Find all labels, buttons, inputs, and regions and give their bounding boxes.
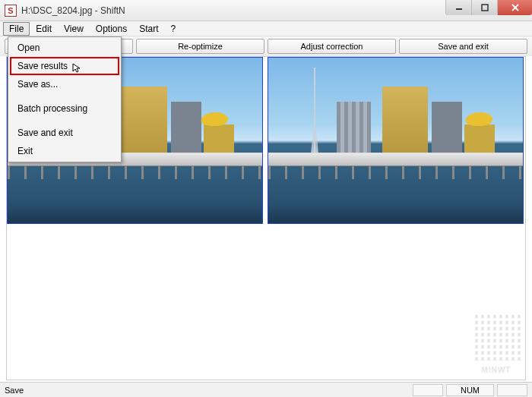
btn-adjust-correction[interactable]: Adjust correction xyxy=(268,39,396,54)
menubar: File Edit View Options Start ? xyxy=(0,21,532,36)
qr-icon xyxy=(472,315,521,364)
tower-shape xyxy=(314,68,315,155)
menu-edit[interactable]: Edit xyxy=(30,22,58,36)
menu-start[interactable]: Start xyxy=(133,22,164,36)
menu-file[interactable]: File xyxy=(3,22,30,36)
status-box-empty xyxy=(497,384,527,396)
menu-save-and-exit[interactable]: Save and exit xyxy=(10,124,119,142)
bridge-shape xyxy=(268,153,523,166)
menu-separator xyxy=(10,93,119,99)
menu-view[interactable]: View xyxy=(58,22,90,36)
menu-save-results[interactable]: Save results xyxy=(10,57,119,75)
minimize-button[interactable] xyxy=(445,0,471,15)
btn-reoptimize[interactable]: Re-optimize xyxy=(136,39,264,54)
window-titlebar: S H:\DSC_8204.jpg - ShiftN xyxy=(0,0,532,21)
building-shape xyxy=(464,124,495,155)
menu-separator xyxy=(10,118,119,124)
watermark: MINWT xyxy=(470,315,523,376)
status-num-indicator: NUM xyxy=(446,384,494,396)
menu-exit[interactable]: Exit xyxy=(10,142,119,160)
bridge-pillars xyxy=(268,165,523,179)
app-icon: S xyxy=(5,5,17,17)
building-shape xyxy=(122,87,167,155)
maximize-button[interactable] xyxy=(471,0,497,15)
building-shape xyxy=(337,102,371,155)
building-shape xyxy=(204,124,234,155)
image-corrected xyxy=(268,57,524,224)
menu-open[interactable]: Open xyxy=(10,39,119,57)
building-shape xyxy=(171,102,201,155)
svg-rect-1 xyxy=(482,5,488,11)
watermark-label: MINWT xyxy=(482,366,511,374)
window-controls xyxy=(445,0,532,15)
building-shape xyxy=(432,102,462,155)
menu-help[interactable]: ? xyxy=(165,22,182,36)
menu-batch-processing[interactable]: Batch processing xyxy=(10,99,119,118)
menu-save-results-label: Save results xyxy=(17,61,68,71)
bridge-pillars xyxy=(8,165,262,179)
file-dropdown: Open Save results Save as... Batch proce… xyxy=(8,36,122,162)
cursor-icon xyxy=(72,63,81,76)
statusbar: Save NUM xyxy=(0,382,532,397)
close-button[interactable] xyxy=(497,0,532,15)
status-text: Save xyxy=(5,386,410,395)
building-shape xyxy=(382,87,428,155)
btn-save-and-exit[interactable]: Save and exit xyxy=(399,39,527,54)
status-box-empty xyxy=(413,384,443,396)
menu-options[interactable]: Options xyxy=(90,22,133,36)
window-title: H:\DSC_8204.jpg - ShiftN xyxy=(21,5,125,16)
menu-save-as[interactable]: Save as... xyxy=(10,75,119,93)
